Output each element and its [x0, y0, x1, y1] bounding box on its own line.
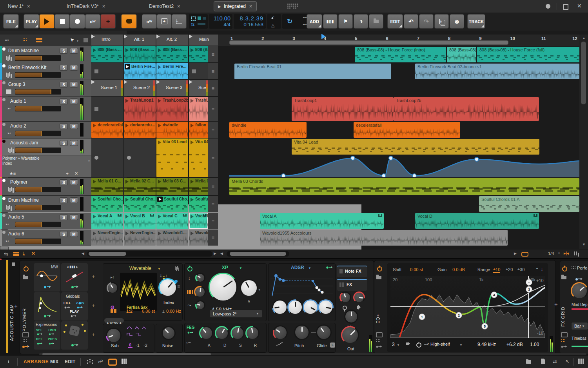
clip[interactable]: 808 (Bass-... — [189, 46, 208, 62]
loop-icon[interactable]: ↻ — [287, 17, 292, 26]
device-grid-icon[interactable] — [23, 339, 24, 340]
mute-button[interactable]: M — [70, 65, 78, 71]
clip-play-icon[interactable] — [191, 99, 194, 103]
arranger-clip[interactable]: Vita 04 Lead — [292, 139, 539, 155]
file-panel-icon[interactable] — [541, 359, 545, 364]
fxgrid-grid-icon[interactable] — [561, 339, 562, 340]
track-name[interactable]: Acoustic Jam — [10, 140, 38, 146]
pointer-tool-icon[interactable]: ➤ — [68, 36, 75, 43]
arranger-clip[interactable]: TrashLoop1 — [292, 97, 394, 121]
stop-clip-button[interactable] — [94, 69, 98, 73]
clear-icon[interactable]: ✕ — [31, 251, 35, 256]
scene-header[interactable]: Alt. 2 — [156, 35, 188, 46]
fill-mod-icon[interactable] — [65, 307, 67, 309]
env-dropdown-icon[interactable]: ▼ — [308, 266, 311, 270]
close-automation-button[interactable]: ✕ — [74, 171, 78, 176]
band-freq-value[interactable]: 9.49 kHz — [477, 342, 496, 347]
range-30[interactable]: ±30 — [517, 267, 524, 272]
eq-band-dropdown-icon[interactable]: ▼ — [397, 343, 400, 347]
osc-dropdown-icon[interactable]: ▼ — [158, 267, 161, 271]
velocity-depth-knob[interactable] — [339, 291, 351, 303]
eq-preset-icon[interactable] — [376, 276, 381, 279]
arranger-play-icon[interactable]: ▶ — [514, 251, 517, 255]
clip[interactable]: Vita 03 Lead — [156, 138, 188, 177]
modulation-out-icon[interactable] — [22, 346, 25, 348]
clip[interactable]: Vocal D — [189, 213, 208, 229]
feg-sustain-knob[interactable] — [230, 326, 245, 340]
clip[interactable]: Soulful Cho... — [124, 196, 156, 212]
clip[interactable]: Wavoloid1... — [156, 230, 188, 246]
track-row[interactable]: Group 3SM≡ — [0, 80, 91, 97]
track-name[interactable]: Audio 6 — [8, 231, 24, 237]
empty-clip-slot[interactable] — [91, 97, 123, 121]
mute-button[interactable]: M — [70, 140, 78, 146]
mute-button[interactable]: M — [70, 48, 78, 54]
clip-play-icon[interactable] — [191, 215, 194, 219]
keytrack-osc-icon[interactable] — [111, 309, 112, 313]
mod-route-icon[interactable] — [71, 344, 74, 346]
stop-clip-button[interactable] — [94, 107, 98, 111]
duplicate-button[interactable]: + — [434, 14, 449, 29]
volume-fader[interactable] — [15, 222, 61, 227]
osc-type-label[interactable]: Wavetable — [129, 266, 151, 271]
track-row[interactable]: Audio 5SM▸⸗≡ — [0, 213, 91, 229]
osc-phase-knob[interactable] — [107, 282, 118, 294]
group-scene-cell[interactable]: Scene 3 — [156, 80, 188, 96]
wavetable-display[interactable]: Farfisa Sax — [120, 273, 157, 311]
clip[interactable]: Soulful Cho... — [156, 196, 188, 212]
close-tab-icon[interactable]: ✕ — [102, 4, 105, 9]
eq-name-label[interactable]: EQ+ — [376, 296, 380, 324]
filter-type-select[interactable]: Low-pass 2°▼ — [210, 310, 262, 318]
clip-play-icon[interactable] — [158, 65, 161, 69]
clip-play-icon[interactable] — [158, 231, 161, 235]
env-decay-knob[interactable] — [287, 299, 303, 315]
env-mod-icon[interactable] — [326, 266, 328, 268]
automation-write-button[interactable]: oW — [85, 14, 100, 29]
osc-ratio-value[interactable]: 1:2 — [126, 309, 132, 313]
output-level-knob[interactable] — [353, 291, 365, 303]
playhead-marker[interactable] — [321, 34, 326, 39]
clip-play-icon[interactable] — [158, 180, 161, 184]
eq-band-power-icon[interactable] — [416, 342, 421, 348]
arrange-tab[interactable]: ARRANGE — [24, 359, 49, 364]
filter-power-icon[interactable] — [187, 266, 192, 271]
mod-depth-knob[interactable] — [571, 282, 588, 299]
clip[interactable]: 808 (Bass-... — [91, 46, 123, 62]
arranger-clip[interactable]: 808 (Bass-08) — [447, 47, 476, 62]
arranger-clip[interactable]: 808 (Bass-08) - House Force (full) — [477, 47, 579, 62]
clip-play-icon[interactable] — [93, 48, 96, 52]
glide-knob[interactable] — [316, 324, 332, 340]
solo-button[interactable]: S — [60, 197, 68, 203]
row-menu-cell[interactable]: ≣ — [208, 63, 218, 79]
glide-legato-badge[interactable]: L — [330, 342, 335, 348]
eq-band-2-handle[interactable]: 2 — [456, 312, 462, 319]
time-signature[interactable]: 4/4 — [224, 22, 230, 27]
song-time[interactable]: 0:16.553 — [243, 22, 263, 27]
track-row[interactable]: Berlin Firework KitSM≡ — [0, 63, 91, 80]
globals-modulator-tile[interactable]: Globals FILL A◆B PLAY — [61, 292, 88, 321]
add-modulator-button[interactable]: + — [92, 302, 95, 309]
clip[interactable]: dorianredu... — [124, 122, 156, 138]
add-device-after-eq-button[interactable]: + — [554, 301, 558, 308]
mute-button[interactable]: M — [70, 179, 78, 185]
track-list-mode-icon[interactable] — [13, 252, 19, 253]
gain-value[interactable]: 0.0 dB — [452, 267, 465, 272]
fxgrid-preset-icon[interactable] — [561, 276, 566, 279]
arranger-clip[interactable]: Vocal D — [415, 213, 539, 229]
scene-play-icon[interactable] — [156, 80, 188, 84]
vel-mod-icon[interactable] — [37, 333, 39, 335]
env-release-knob[interactable] — [318, 299, 334, 315]
launcher-automation-button[interactable]: oW — [142, 14, 157, 29]
mute-button[interactable]: M — [70, 98, 78, 104]
filter-lfo-icon[interactable]: 〜 — [187, 302, 192, 308]
group-link-icon[interactable] — [521, 252, 528, 257]
empty-clip-slot[interactable] — [91, 63, 123, 79]
eq-grid-icon[interactable] — [376, 339, 377, 340]
dual-view-icon[interactable] — [87, 360, 88, 361]
clip-playing-icon[interactable] — [125, 64, 130, 69]
clip[interactable]: TrashLoop1 — [189, 97, 208, 121]
delete-button[interactable]: ⊗ — [450, 14, 464, 29]
solo-button[interactable]: S — [60, 98, 68, 104]
eq-power-icon[interactable] — [377, 266, 382, 271]
mute-button[interactable]: M — [70, 197, 78, 203]
